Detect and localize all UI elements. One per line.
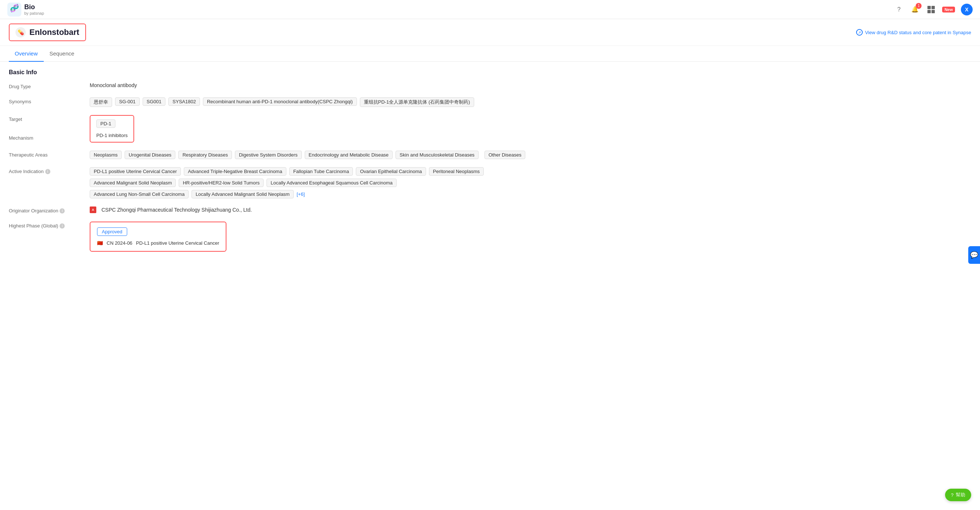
approval-indication: PD-L1 positive Uterine Cervical Cancer bbox=[136, 240, 219, 246]
drug-name: Enlonstobart bbox=[29, 27, 80, 37]
indication-row-2: Advanced Malignant Solid Neoplasm HR-pos… bbox=[90, 179, 397, 187]
synonyms-row: Synonyms 恩舒幸 SG-001 SG001 SYSA1802 Recom… bbox=[9, 97, 971, 107]
indication-tag[interactable]: Peritoneal Neoplasms bbox=[429, 167, 484, 176]
indication-tag[interactable]: Locally Advanced Esophageal Squamous Cel… bbox=[267, 179, 397, 187]
synonym-tag[interactable]: 恩舒幸 bbox=[90, 97, 112, 107]
therapeutic-tag[interactable]: Urogenital Diseases bbox=[125, 151, 175, 159]
drug-type-row: Drug Type Monoclonal antibody bbox=[9, 82, 971, 89]
therapeutic-areas-value: Neoplasms Urogenital Diseases Respirator… bbox=[90, 151, 971, 159]
help-icon[interactable]: ? bbox=[894, 5, 904, 15]
indication-tag[interactable]: Locally Advanced Malignant Solid Neoplas… bbox=[191, 190, 294, 199]
target-tag[interactable]: PD-1 bbox=[96, 119, 115, 128]
first-approval-row: 🇨🇳 CN 2024-06 PD-L1 positive Uterine Cer… bbox=[97, 240, 219, 246]
new-badge: New bbox=[942, 6, 955, 13]
highest-phase-value: Approved 🇨🇳 CN 2024-06 PD-L1 positive Ut… bbox=[90, 222, 971, 252]
highest-phase-box: Approved 🇨🇳 CN 2024-06 PD-L1 positive Ut… bbox=[90, 222, 226, 252]
indication-tag[interactable]: HR-positive/HER2-low Solid Tumors bbox=[179, 179, 264, 187]
drug-icon: 💊 bbox=[16, 27, 26, 38]
notification-bell[interactable]: 🔔 1 bbox=[910, 5, 920, 15]
synapse-link-text: View drug R&D status and core patent in … bbox=[865, 30, 971, 35]
active-indication-label: Active Indication i bbox=[9, 167, 82, 174]
drug-name-box: 💊 Enlonstobart bbox=[9, 24, 86, 41]
target-label: Target bbox=[9, 115, 82, 122]
highest-phase-info-icon[interactable]: i bbox=[60, 223, 65, 229]
svg-text:🧬: 🧬 bbox=[10, 4, 19, 13]
main-content: Basic Info Drug Type Monoclonal antibody… bbox=[0, 62, 980, 267]
indication-row-1: PD-L1 positive Uterine Cervical Cancer A… bbox=[90, 167, 484, 176]
therapeutic-areas-row: Therapeutic Areas Neoplasms Urogenital D… bbox=[9, 151, 971, 159]
highest-phase-row: Highest Phase (Global) i Approved 🇨🇳 CN … bbox=[9, 222, 971, 252]
tab-overview[interactable]: Overview bbox=[9, 46, 44, 62]
synonym-tag[interactable]: Recombinant human anti-PD-1 monoclonal a… bbox=[203, 97, 357, 106]
synonym-tag[interactable]: 重组抗PD-1全人源单克隆抗体 (石药集团中奇制药) bbox=[360, 97, 474, 107]
tab-sequence[interactable]: Sequence bbox=[44, 46, 81, 62]
synonym-tag[interactable]: SG001 bbox=[143, 97, 165, 106]
logo[interactable]: 🧬 Bio by patsnap bbox=[7, 3, 44, 16]
chat-icon: 💬 bbox=[970, 251, 978, 259]
apps-grid[interactable] bbox=[926, 5, 936, 15]
notification-badge: 1 bbox=[916, 3, 921, 9]
drug-type-label: Drug Type bbox=[9, 82, 82, 89]
therapeutic-tag[interactable]: Skin and Musculoskeletal Diseases bbox=[396, 151, 479, 159]
approval-date: CN 2024-06 bbox=[107, 240, 132, 246]
header-actions: ? 🔔 1 New X bbox=[894, 4, 973, 16]
user-avatar[interactable]: X bbox=[961, 4, 973, 16]
indication-tag[interactable]: Advanced Lung Non-Small Cell Carcinoma bbox=[90, 190, 189, 199]
originator-row: Originator Organization i A CSPC Zhongqi… bbox=[9, 207, 971, 213]
originator-value: A CSPC Zhongqi Pharmaceutical Technology… bbox=[90, 207, 971, 213]
chat-icon-button[interactable]: 💬 bbox=[968, 246, 980, 264]
mechanism-label: Mechanism bbox=[9, 134, 82, 141]
therapeutic-tag[interactable]: Respiratory Diseases bbox=[178, 151, 232, 159]
drug-title-bar: 💊 Enlonstobart ↗ View drug R&D status an… bbox=[0, 19, 980, 46]
target-mechanism-row: Target Mechanism PD-1 PD-1 inhibitors bbox=[9, 115, 971, 143]
therapeutic-tag[interactable]: Other Diseases bbox=[485, 151, 526, 159]
approved-badge[interactable]: Approved bbox=[97, 227, 127, 236]
logo-icon: 🧬 bbox=[7, 3, 21, 16]
highest-phase-label: Highest Phase (Global) i bbox=[9, 222, 82, 229]
indication-tag[interactable]: Advanced Triple-Negative Breast Carcinom… bbox=[184, 167, 286, 176]
logo-text: Bio bbox=[24, 3, 44, 11]
indication-row-3: Advanced Lung Non-Small Cell Carcinoma L… bbox=[90, 190, 305, 199]
drug-type-text: Monoclonal antibody bbox=[90, 82, 137, 88]
mechanism-text: PD-1 inhibitors bbox=[96, 133, 127, 138]
logo-sub: by patsnap bbox=[24, 11, 44, 16]
section-basic-info: Basic Info bbox=[9, 69, 971, 76]
synapse-link[interactable]: ↗ View drug R&D status and core patent i… bbox=[856, 29, 971, 36]
originator-info-icon[interactable]: i bbox=[60, 208, 65, 213]
active-indication-row: Active Indication i PD-L1 positive Uteri… bbox=[9, 167, 971, 199]
originator-name: CSPC Zhongqi Pharmaceutical Technology S… bbox=[102, 207, 252, 213]
synonym-tag[interactable]: SG-001 bbox=[115, 97, 140, 106]
cn-flag: 🇨🇳 bbox=[97, 240, 103, 246]
originator-label: Originator Organization i bbox=[9, 207, 82, 213]
synapse-link-icon: ↗ bbox=[856, 29, 863, 36]
therapeutic-label: Therapeutic Areas bbox=[9, 151, 82, 157]
therapeutic-tag[interactable]: Neoplasms bbox=[90, 151, 122, 159]
indication-tag[interactable]: PD-L1 positive Uterine Cervical Cancer bbox=[90, 167, 181, 176]
app-header: 🧬 Bio by patsnap ? 🔔 1 New X bbox=[0, 0, 980, 19]
indication-tag[interactable]: Ovarian Epithelial Carcinoma bbox=[356, 167, 426, 176]
synonym-tag[interactable]: SYSA1802 bbox=[169, 97, 200, 106]
synonyms-label: Synonyms bbox=[9, 97, 82, 104]
tab-bar: Overview Sequence bbox=[0, 46, 980, 62]
originator-logo: A bbox=[90, 207, 96, 213]
indication-tag[interactable]: Advanced Malignant Solid Neoplasm bbox=[90, 179, 176, 187]
more-link[interactable]: [+6] bbox=[297, 191, 305, 197]
therapeutic-tag[interactable]: Endocrinology and Metabolic Disease bbox=[305, 151, 393, 159]
therapeutic-tag[interactable]: Digestive System Disorders bbox=[235, 151, 302, 159]
synonyms-value: 恩舒幸 SG-001 SG001 SYSA1802 Recombinant hu… bbox=[90, 97, 971, 107]
active-indication-info-icon[interactable]: i bbox=[45, 169, 50, 174]
target-mechanism-box: PD-1 PD-1 inhibitors bbox=[90, 115, 134, 143]
indication-tag[interactable]: Fallopian Tube Carcinoma bbox=[289, 167, 353, 176]
drug-type-value: Monoclonal antibody bbox=[90, 82, 971, 88]
active-indication-value: PD-L1 positive Uterine Cervical Cancer A… bbox=[90, 167, 971, 199]
